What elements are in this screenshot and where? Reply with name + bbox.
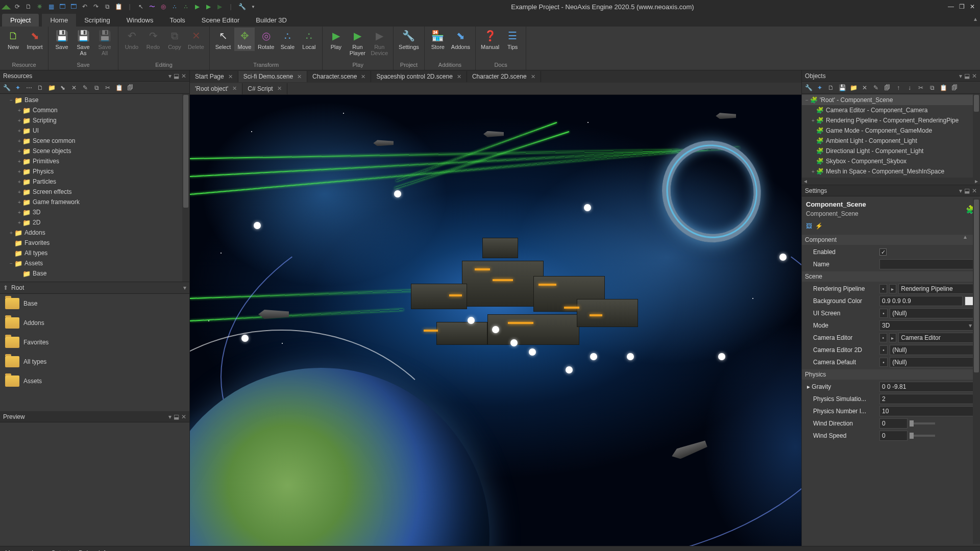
tree-item[interactable]: +📁Scripting xyxy=(0,115,189,126)
ribbon-local-button[interactable]: ⛬Local xyxy=(299,28,319,51)
expander-icon[interactable]: + xyxy=(16,148,22,154)
rotate-tool-icon[interactable]: ◎ xyxy=(159,3,167,11)
ref-edit-icon[interactable]: • xyxy=(879,284,887,293)
tree-item[interactable]: +🧩Mesh in Space - Component_MeshInSpace xyxy=(802,166,980,177)
obj-paste-icon[interactable]: 📋 xyxy=(939,83,948,92)
play-icon[interactable]: ▶ xyxy=(193,3,201,11)
play3-icon[interactable]: ▶ xyxy=(215,3,224,11)
panel-menu-icon[interactable]: ▾ xyxy=(168,72,172,80)
orbit-node[interactable] xyxy=(627,353,634,360)
ribbon-save-button[interactable]: 💾Save xyxy=(52,28,72,51)
obj-save-icon[interactable]: 💾 xyxy=(838,83,847,92)
tree-item[interactable]: +📁Particles xyxy=(0,177,189,187)
preview-close-icon[interactable]: ✕ xyxy=(181,413,186,420)
ribbon-collapse-icon[interactable]: ▴ xyxy=(974,15,977,22)
hscroll-left-icon[interactable]: ◂ xyxy=(802,178,809,185)
tab-scene-editor[interactable]: Scene Editor xyxy=(193,14,248,27)
tree-item[interactable]: +📁3D xyxy=(0,207,189,217)
section-header[interactable]: Physics xyxy=(802,369,980,380)
ribbon-store-button[interactable]: 🏪Store xyxy=(428,28,448,51)
tree-item[interactable]: 🧩Skybox - Component_Skybox xyxy=(802,156,980,166)
qat-dropdown-icon[interactable]: ▼ xyxy=(249,3,257,11)
grid-icon[interactable]: ▦ xyxy=(47,3,55,11)
tool-delete-icon[interactable]: ✕ xyxy=(69,83,79,92)
path-up-icon[interactable]: ⬆ xyxy=(3,284,8,291)
tool-new-icon[interactable]: 🗋 xyxy=(36,83,45,92)
property-slider[interactable] xyxy=(910,422,935,424)
obj-copy-icon[interactable]: 🗐 xyxy=(883,83,892,92)
resources-tree[interactable]: −📁Base+📁Common+📁Scripting+📁UI+📁Scene com… xyxy=(0,94,189,282)
expander-icon[interactable]: + xyxy=(16,108,22,113)
orbit-node[interactable] xyxy=(254,222,261,229)
close-tab-icon[interactable]: ✕ xyxy=(361,73,365,80)
panel-pin-icon[interactable]: ⬓ xyxy=(174,72,179,80)
folder-item[interactable]: Addons xyxy=(0,313,189,333)
close-tab-icon[interactable]: ✕ xyxy=(531,73,535,80)
refresh-icon[interactable]: ⟳ xyxy=(13,3,21,11)
close-subtab-icon[interactable]: ✕ xyxy=(232,85,237,92)
ribbon-manual-button[interactable]: ❓Manual xyxy=(479,28,501,51)
ribbon-move-button[interactable]: ✥Move xyxy=(234,28,255,51)
tab-scripting[interactable]: Scripting xyxy=(76,14,118,27)
tab-project[interactable]: Project xyxy=(2,14,39,27)
tree-item[interactable]: +📁Scene objects xyxy=(0,146,189,156)
copy-icon[interactable]: ⧉ xyxy=(103,3,111,11)
doc-tab[interactable]: Character 2D.scene✕ xyxy=(467,71,541,82)
close-subtab-icon[interactable]: ✕ xyxy=(277,85,282,92)
ribbon-import-button[interactable]: ⬊Import xyxy=(24,28,45,51)
tree-item[interactable]: 📁Favorites xyxy=(0,238,189,248)
scale-tool-icon[interactable]: ⛬ xyxy=(170,3,179,11)
obj-dup-icon[interactable]: 🗐 xyxy=(950,83,959,92)
new-file-icon[interactable]: 🗋 xyxy=(24,3,33,11)
window2-icon[interactable]: 🗔 xyxy=(69,3,78,11)
property-input[interactable] xyxy=(879,394,976,404)
folder-item[interactable]: Favorites xyxy=(0,333,189,352)
expander-icon[interactable]: + xyxy=(16,159,22,164)
ref-edit-icon[interactable]: • xyxy=(879,358,888,367)
tab-tools[interactable]: Tools xyxy=(161,14,193,27)
folder-item[interactable]: All types xyxy=(0,352,189,371)
obj-down-icon[interactable]: ↓ xyxy=(905,83,914,92)
play2-icon[interactable]: ▶ xyxy=(204,3,212,11)
expander-icon[interactable]: − xyxy=(8,97,14,103)
tree-item[interactable]: 📁Base xyxy=(0,268,189,279)
panel-close-icon[interactable]: ✕ xyxy=(181,72,186,80)
orbit-node[interactable] xyxy=(241,335,249,342)
ribbon-tips-button[interactable]: ☰Tips xyxy=(502,28,523,51)
expander-icon[interactable]: + xyxy=(810,118,816,123)
property-checkbox[interactable]: ✓ xyxy=(879,248,887,256)
obj-rename-icon[interactable]: ✎ xyxy=(871,83,880,92)
close-tab-icon[interactable]: ✕ xyxy=(457,73,461,80)
ribbon-new-button[interactable]: 🗋New xyxy=(3,28,23,51)
expander-icon[interactable]: + xyxy=(16,118,22,123)
property-input[interactable] xyxy=(890,357,976,367)
tool-dup-icon[interactable]: 🗐 xyxy=(126,83,135,92)
property-input[interactable] xyxy=(879,259,976,269)
settings-pin-icon[interactable]: ⬓ xyxy=(964,187,970,194)
objects-hscrollbar[interactable]: ◂ ▸ xyxy=(802,178,980,185)
wrench-icon[interactable]: 🔧 xyxy=(238,3,246,11)
objects-close-icon[interactable]: ✕ xyxy=(972,72,977,80)
tool-options-icon[interactable]: ⋯ xyxy=(24,83,34,92)
settings-scrollbar[interactable] xyxy=(973,198,980,544)
close-tab-icon[interactable]: ✕ xyxy=(297,73,302,80)
status-item[interactable]: Debug Info xyxy=(79,549,109,552)
cursor-icon[interactable]: ↖ xyxy=(137,3,145,11)
tree-item[interactable]: +📁Addons xyxy=(0,228,189,238)
obj-c2-icon[interactable]: ⧉ xyxy=(927,83,937,92)
ref-edit-icon[interactable]: • xyxy=(879,333,887,342)
tree-item[interactable]: +📁Physics xyxy=(0,166,189,177)
folder-item[interactable]: Assets xyxy=(0,371,189,391)
path-text[interactable]: Root xyxy=(11,284,24,291)
tool-rename-icon[interactable]: ✎ xyxy=(81,83,90,92)
settings-body[interactable]: Component_Scene Component_Scene 🧩 🖼 ⚡ Co… xyxy=(802,196,980,546)
settings-image-icon[interactable]: 🖼 xyxy=(806,222,812,230)
property-input[interactable] xyxy=(879,406,976,416)
ribbon-play-button[interactable]: ▶Play xyxy=(326,28,346,51)
tree-item[interactable]: +📁Screen effects xyxy=(0,187,189,197)
settings-close-icon[interactable]: ✕ xyxy=(972,187,977,194)
property-input[interactable] xyxy=(879,431,908,441)
tab-home[interactable]: Home xyxy=(42,14,76,27)
objects-menu-icon[interactable]: ▾ xyxy=(959,72,962,80)
close-window-icon[interactable]: ✕ xyxy=(970,3,975,10)
